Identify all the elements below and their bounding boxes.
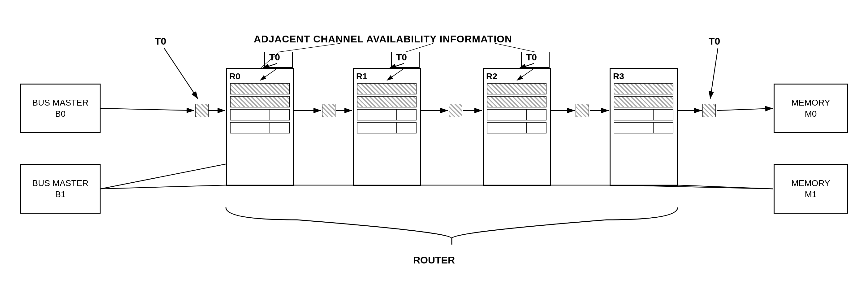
svg-line-20: [100, 185, 226, 189]
r0-title: R0: [229, 71, 241, 81]
r2-row2: [487, 96, 547, 108]
memory-m0-line2-label: M0: [805, 108, 817, 119]
r1-row3: [357, 109, 417, 120]
bus-master-b0-label: BUS MASTER: [32, 97, 89, 108]
router-r3-box: R3: [610, 68, 678, 186]
router-r2-box: R2: [483, 68, 551, 186]
memory-m1-box: MEMORY M1: [774, 164, 848, 213]
bus-master-b1-box: BUS MASTER B1: [20, 164, 100, 213]
router-label: ROUTER: [413, 255, 455, 266]
memory-m1-line2-label: M1: [805, 189, 817, 200]
t0-r2-label: T0: [526, 52, 537, 62]
memory-m0-box: MEMORY M0: [774, 84, 848, 133]
t0-top-left-label: T0: [155, 36, 166, 47]
t0-r0-label: T0: [269, 52, 280, 62]
svg-line-18: [644, 186, 773, 189]
r3-row4: [614, 122, 674, 134]
router-r1-box: R1: [353, 68, 421, 186]
r3-row1: [614, 83, 674, 94]
r0-row3: [230, 109, 290, 120]
router-r0-box: R0: [226, 68, 294, 186]
r3-row3: [614, 109, 674, 120]
r1-row2: [357, 96, 417, 108]
memory-m0-label: MEMORY: [791, 97, 830, 108]
token-r0-r1: [322, 104, 336, 117]
r1-title: R1: [356, 71, 367, 81]
token-b0-r0: [195, 104, 209, 117]
bus-master-b1-label: BUS MASTER: [32, 178, 89, 189]
token-r2-r3: [576, 104, 589, 117]
t0-r1-label: T0: [396, 52, 407, 62]
bus-master-b0-box: BUS MASTER B0: [20, 84, 100, 133]
svg-line-21: [678, 185, 773, 189]
r0-row4: [230, 122, 290, 134]
r1-row4: [357, 122, 417, 134]
r3-row2: [614, 96, 674, 108]
memory-m1-label: MEMORY: [791, 178, 830, 189]
svg-line-2: [164, 48, 198, 99]
svg-line-7: [100, 108, 194, 111]
r2-row3: [487, 109, 547, 120]
t0-top-right-label: T0: [709, 36, 720, 47]
r0-row1: [230, 83, 290, 94]
r1-row1: [357, 83, 417, 94]
bus-master-b0-line2-label: B0: [55, 108, 66, 119]
r2-row4: [487, 122, 547, 134]
adjacent-channel-label: ADJACENT CHANNEL AVAILABILITY INFORMATIO…: [254, 33, 512, 45]
bus-master-b1-line2-label: B1: [55, 189, 66, 200]
svg-line-6: [710, 48, 718, 99]
diagram-container: ADJACENT CHANNEL AVAILABILITY INFORMATIO…: [0, 0, 868, 287]
r0-row2: [230, 96, 290, 108]
svg-line-9: [100, 164, 225, 189]
r2-row1: [487, 83, 547, 94]
r2-title: R2: [486, 71, 497, 81]
token-r3-m0: [703, 104, 716, 117]
svg-line-17: [717, 108, 773, 111]
token-r1-r2: [449, 104, 462, 117]
r3-title: R3: [613, 71, 624, 81]
